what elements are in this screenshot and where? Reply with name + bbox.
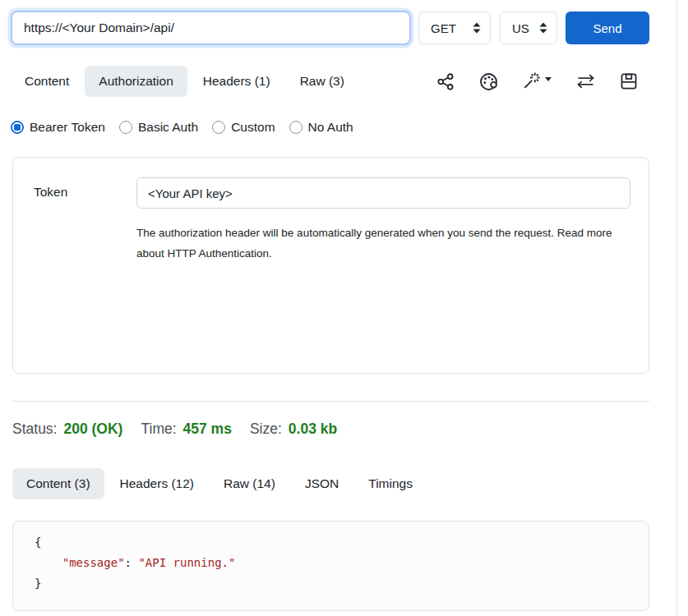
magic-wand-icon[interactable] (522, 71, 552, 91)
response-status-row: Status: 200 (OK) Time: 457 ms Size: 0.03… (12, 421, 676, 438)
tab-content[interactable]: Content (11, 66, 83, 97)
radio-selected-icon (11, 121, 24, 134)
chevron-down-icon (545, 77, 552, 81)
resp-tab-raw[interactable]: Raw (14) (210, 468, 289, 499)
radio-no-auth[interactable]: No Auth (289, 120, 353, 135)
api-client-page: GET US Send Content Authorization Header… (0, 0, 676, 611)
code-line-message: "message": "API running." (35, 553, 649, 573)
size-value: 0.03 kb (289, 421, 337, 438)
region-select-value: US (512, 21, 529, 35)
radio-label: Custom (231, 120, 275, 135)
auth-help-text: The authorization header will be automat… (136, 223, 621, 264)
size-label: Size: (250, 421, 282, 438)
resp-tab-headers[interactable]: Headers (12) (106, 468, 208, 499)
region-select[interactable]: US (500, 11, 557, 44)
swap-arrows-icon[interactable] (575, 73, 596, 90)
method-select-value: GET (431, 21, 456, 35)
request-tabs-row: Content Authorization Headers (1) Raw (3… (11, 66, 676, 97)
token-label: Token (34, 177, 136, 209)
response-tabs-row: Content (3) Headers (12) Raw (14) JSON T… (12, 468, 676, 499)
palette-icon[interactable] (479, 72, 498, 91)
scroll-gutter-line (676, 0, 677, 616)
radio-label: Basic Auth (138, 120, 198, 135)
select-updown-icon (473, 22, 481, 34)
code-line-open: { (35, 532, 649, 553)
token-input[interactable] (136, 177, 630, 209)
time-label: Time: (141, 421, 176, 438)
tab-authorization[interactable]: Authorization (85, 66, 187, 97)
tab-headers[interactable]: Headers (1) (189, 66, 284, 97)
json-separator: : (125, 556, 139, 569)
resp-tab-timings[interactable]: Timings (354, 468, 427, 499)
toolbar-icons (436, 71, 638, 91)
radio-custom[interactable]: Custom (212, 120, 275, 135)
bearer-token-panel: Token The authorization header will be a… (12, 157, 649, 374)
json-value: "API running." (138, 556, 235, 569)
method-select[interactable]: GET (418, 11, 491, 44)
json-key: "message" (35, 556, 125, 569)
size-pair: Size: 0.03 kb (250, 421, 337, 438)
time-pair: Time: 457 ms (141, 421, 231, 438)
url-input[interactable] (11, 11, 411, 45)
save-icon[interactable] (620, 72, 638, 90)
select-updown-icon (539, 22, 547, 34)
status-value: 200 (OK) (63, 421, 122, 438)
radio-unselected-icon (212, 121, 225, 134)
radio-bearer-token[interactable]: Bearer Token (11, 120, 105, 135)
radio-basic-auth[interactable]: Basic Auth (119, 120, 198, 135)
tab-raw[interactable]: Raw (3) (286, 66, 358, 97)
radio-label: No Auth (308, 120, 353, 135)
request-bar: GET US Send (11, 11, 676, 45)
status-label: Status: (12, 421, 57, 438)
radio-unselected-icon (119, 121, 132, 134)
status-pair: Status: 200 (OK) (12, 421, 122, 438)
resp-tab-json[interactable]: JSON (291, 468, 353, 499)
radio-unselected-icon (289, 121, 302, 134)
resp-tab-content[interactable]: Content (3) (12, 468, 104, 499)
code-line-close: } (35, 573, 649, 594)
share-icon[interactable] (436, 72, 455, 91)
response-body-code: { "message": "API running." } (12, 521, 649, 611)
radio-label: Bearer Token (30, 120, 105, 135)
send-button[interactable]: Send (566, 11, 649, 44)
auth-type-options: Bearer Token Basic Auth Custom No Auth (11, 120, 676, 135)
section-divider (12, 401, 649, 402)
time-value: 457 ms (183, 421, 232, 438)
